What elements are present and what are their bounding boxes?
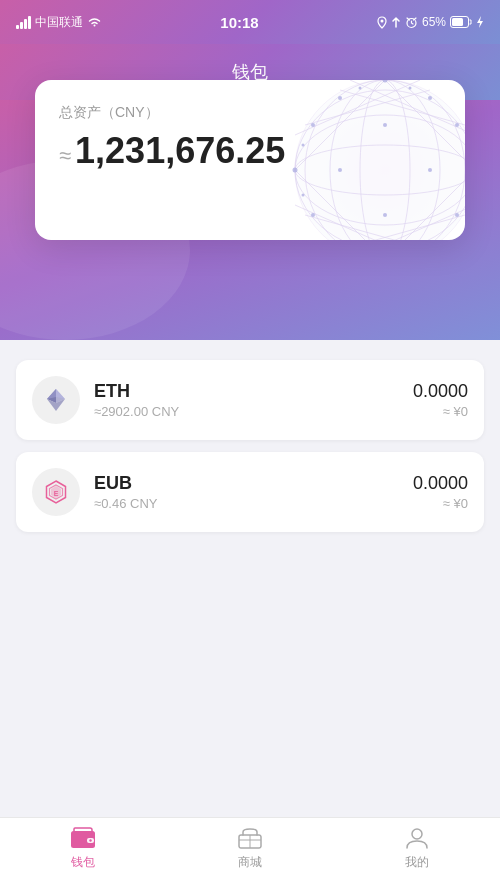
svg-point-0 <box>380 19 383 22</box>
battery-icon <box>450 16 472 28</box>
svg-point-58 <box>90 839 92 841</box>
battery-label: 65% <box>422 15 446 29</box>
tab-shop-label: 商城 <box>238 854 262 871</box>
card-approx: ≈ <box>59 143 71 168</box>
flash-icon <box>476 16 484 28</box>
svg-rect-3 <box>452 18 463 26</box>
mine-tab-icon <box>403 826 431 850</box>
eth-amount: 0.0000 <box>413 381 468 402</box>
eub-icon-wrap: E <box>32 468 80 516</box>
eub-icon: E <box>42 478 70 506</box>
eub-cny: ≈ ¥0 <box>413 496 468 511</box>
token-row-eth[interactable]: ETH ≈2902.00 CNY 0.0000 ≈ ¥0 <box>16 360 484 440</box>
tab-wallet[interactable]: 钱包 <box>43 826 123 871</box>
sphere-decoration <box>285 80 465 240</box>
tab-mine-label: 我的 <box>405 854 429 871</box>
svg-point-35 <box>359 87 362 90</box>
shop-tab-icon <box>236 826 264 850</box>
svg-point-32 <box>455 123 459 127</box>
alarm-icon <box>405 16 418 29</box>
tab-shop[interactable]: 商城 <box>210 826 290 871</box>
eth-symbol: ETH <box>94 381 413 402</box>
svg-point-25 <box>293 168 298 173</box>
svg-point-37 <box>302 144 305 147</box>
wallet-card: 总资产（CNY） ≈1,231,676.25 <box>35 80 465 240</box>
svg-point-39 <box>302 194 305 197</box>
svg-text:E: E <box>54 490 59 497</box>
signal-icon <box>16 16 31 29</box>
eth-balance: 0.0000 ≈ ¥0 <box>413 381 468 419</box>
eth-cny: ≈ ¥0 <box>413 404 468 419</box>
svg-point-62 <box>412 829 422 839</box>
eub-balance: 0.0000 ≈ ¥0 <box>413 473 468 511</box>
status-right: 65% <box>377 15 484 29</box>
eth-icon-wrap <box>32 376 80 424</box>
svg-point-33 <box>311 213 315 217</box>
svg-point-31 <box>311 123 315 127</box>
status-bar: 中国联通 10:18 65% <box>0 0 500 44</box>
svg-point-45 <box>338 168 342 172</box>
eth-icon <box>42 386 70 414</box>
svg-point-44 <box>383 213 387 217</box>
eub-amount: 0.0000 <box>413 473 468 494</box>
eub-info: EUB ≈0.46 CNY <box>94 473 413 511</box>
time-label: 10:18 <box>220 14 258 31</box>
svg-point-36 <box>409 87 412 90</box>
token-row-eub[interactable]: E EUB ≈0.46 CNY 0.0000 ≈ ¥0 <box>16 452 484 532</box>
location-icon <box>377 16 387 29</box>
svg-point-34 <box>455 213 459 217</box>
eub-symbol: EUB <box>94 473 413 494</box>
tab-mine[interactable]: 我的 <box>377 826 457 871</box>
card-amount-value: 1,231,676.25 <box>75 130 285 171</box>
svg-point-43 <box>383 123 387 127</box>
status-left: 中国联通 <box>16 14 102 31</box>
svg-point-27 <box>338 96 342 100</box>
carrier-label: 中国联通 <box>35 14 83 31</box>
token-list: ETH ≈2902.00 CNY 0.0000 ≈ ¥0 E EUB ≈0.46… <box>0 344 500 817</box>
svg-point-28 <box>428 96 432 100</box>
eth-info: ETH ≈2902.00 CNY <box>94 381 413 419</box>
wallet-tab-icon <box>69 826 97 850</box>
eub-price: ≈0.46 CNY <box>94 496 413 511</box>
wifi-icon <box>87 16 102 28</box>
svg-point-46 <box>428 168 432 172</box>
upload-icon <box>391 16 401 29</box>
tab-bar: 钱包 商城 我的 <box>0 817 500 889</box>
eth-price: ≈2902.00 CNY <box>94 404 413 419</box>
tab-wallet-label: 钱包 <box>71 854 95 871</box>
